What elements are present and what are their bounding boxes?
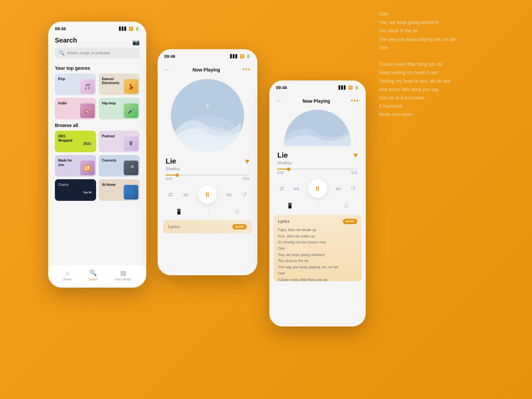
- lyrics-line: Yea, we keep going nowhere: [379, 18, 519, 27]
- exp-status-icons: ▋▋▋ 🛜 🔋: [338, 85, 359, 90]
- lyrics-line: Ooh: [379, 44, 519, 52]
- search-input[interactable]: [67, 51, 136, 55]
- browse-concerts[interactable]: Concerts 🎤: [99, 155, 140, 177]
- search-icon: 🔍: [59, 50, 65, 56]
- camera-icon[interactable]: 📷: [132, 39, 140, 46]
- exp-track-artist: Shallou: [277, 160, 292, 165]
- exp-time-current: 0:16: [277, 171, 284, 175]
- np-more-button[interactable]: •••: [242, 66, 251, 73]
- exp-playback-controls: ⇄ ⏮ ⏸ ⏭ ↺: [269, 176, 366, 201]
- exp-prev-button[interactable]: ⏮: [293, 185, 299, 192]
- wrapped-label: 2021Wrapped: [58, 134, 72, 143]
- expanded-phone: 09:46 ▋▋▋ 🛜 🔋 ← Now Playing ••• Lie Shal…: [269, 80, 366, 327]
- genre-indie[interactable]: Indie 🎸: [55, 98, 96, 119]
- shuffle-button[interactable]: ⇄: [168, 191, 173, 198]
- status-icons: ▋▋▋ 🛜 🔋: [119, 27, 140, 31]
- next-button[interactable]: ⏭: [226, 191, 232, 198]
- browse-podcast[interactable]: Podcast 🎙: [99, 131, 140, 152]
- podcast-label: Podcast: [102, 134, 115, 138]
- exp-progress-thumb: [287, 168, 290, 171]
- search-bar[interactable]: 🔍: [55, 48, 140, 58]
- lyrics-line: A hurricane: [379, 102, 519, 110]
- repeat-button[interactable]: ↺: [242, 191, 247, 198]
- progress-track[interactable]: [166, 175, 249, 176]
- exp-album-art: [284, 110, 351, 146]
- nav-search[interactable]: 🔍 Search: [88, 269, 98, 281]
- exp-shuffle-button[interactable]: ⇄: [279, 185, 284, 192]
- more-button[interactable]: MORE: [232, 224, 247, 229]
- exp-lyrics-title: Lyrics: [278, 219, 290, 224]
- exp-devices-button[interactable]: 📱: [287, 202, 293, 209]
- np-status-time: 09:46: [164, 54, 175, 59]
- exp-status-time: 09:46: [276, 85, 287, 90]
- exp-queue-button[interactable]: ☰: [344, 202, 348, 209]
- lyrics-line: Mmm mm mmm: [379, 110, 519, 119]
- exp-play-pause-button[interactable]: ⏸: [308, 179, 327, 198]
- exp-progress-track[interactable]: [277, 169, 358, 170]
- album-art: [171, 79, 244, 152]
- wrapped-thumb: 2021: [80, 136, 95, 151]
- svg-point-3: [206, 104, 209, 107]
- np-page-title: Now Playing: [193, 67, 220, 72]
- lyrics-line-4: Ooh: [278, 245, 357, 252]
- heart-button[interactable]: ♥: [245, 157, 249, 166]
- browse-grid: 2021Wrapped 2021 Podcast 🎙 Made foryou 🔁…: [48, 131, 146, 201]
- genre-indie-thumb: 🎸: [80, 103, 95, 118]
- np-back-button[interactable]: ←: [164, 66, 170, 73]
- nav-library[interactable]: ▤ Your Library: [115, 269, 131, 281]
- lyrics-line: [379, 52, 519, 60]
- browse-charts[interactable]: Charts Top 50: [55, 179, 96, 201]
- athome-thumb: 🌐: [124, 185, 138, 200]
- play-pause-button[interactable]: ⏸: [198, 185, 217, 204]
- lyrics-line: The way you keep playing me, no fair: [379, 35, 519, 44]
- browse-wrapped[interactable]: 2021Wrapped 2021: [55, 131, 96, 152]
- lyrics-line-1: Fight, then we break up: [278, 227, 357, 233]
- lyrics-line: Keep tearing my heart in two: [379, 68, 519, 77]
- pause-icon: ⏸: [204, 191, 211, 199]
- exp-track-details: Lie Shallou: [277, 151, 292, 165]
- genre-hiphop[interactable]: Hip-hop 🎤: [99, 98, 140, 119]
- genre-dance-label: Dance/Electronic: [102, 77, 120, 85]
- genre-hiphop-label: Hip-hop: [102, 101, 116, 105]
- share-button[interactable]: ↑: [207, 208, 210, 215]
- devices-button[interactable]: 📱: [176, 208, 182, 215]
- exp-wifi-icon: 🛜: [348, 85, 353, 90]
- lyrics-line: Too stuck in the air: [379, 27, 519, 35]
- lyrics-line: 'Cause every little thing you do: [379, 60, 519, 68]
- genre-pop-thumb: 🎵: [80, 79, 95, 94]
- madeforyou-label: Made foryou: [58, 158, 72, 167]
- exp-more-button[interactable]: MORE: [343, 219, 357, 224]
- browse-athome[interactable]: At Home 🌐: [99, 179, 140, 201]
- np-header: ← Now Playing •••: [158, 62, 257, 76]
- lyrics-bar[interactable]: Lyrics MORE: [163, 220, 252, 233]
- genre-pop[interactable]: Pop 🎵: [55, 73, 96, 95]
- exp-signal-icon: ▋▋▋: [338, 85, 346, 90]
- charts-label: Charts: [58, 183, 69, 187]
- exp-heart-button[interactable]: ♥: [353, 151, 358, 160]
- exp-album-container: [269, 107, 366, 146]
- now-playing-phone: 09:46 ▋▋▋ 🛜 🔋 ← Now Playing ••• Lie: [158, 49, 257, 275]
- battery-icon: 🔋: [135, 27, 140, 31]
- search-nav-icon: 🔍: [89, 269, 97, 277]
- exp-extra-controls: 📱 ↑ ☰: [269, 201, 366, 212]
- concerts-label: Concerts: [102, 158, 116, 163]
- exp-share-button[interactable]: ↑: [317, 202, 320, 209]
- exp-more-button[interactable]: •••: [351, 97, 359, 104]
- browse-madeforyou[interactable]: Made foryou 🔁: [55, 155, 96, 177]
- lyrics-line-9: 'Cause every little thing you do: [278, 277, 357, 282]
- exp-next-button[interactable]: ⏭: [336, 185, 342, 192]
- exp-repeat-button[interactable]: ↺: [351, 185, 356, 192]
- queue-button[interactable]: ☰: [235, 208, 239, 215]
- prev-button[interactable]: ⏮: [183, 191, 189, 198]
- progress-thumb: [176, 174, 179, 177]
- search-header: Search 📷 🔍: [48, 34, 146, 62]
- exp-track-name: Lie: [277, 151, 292, 160]
- exp-battery-icon: 🔋: [354, 85, 359, 90]
- exp-back-button[interactable]: ←: [276, 97, 282, 104]
- nav-home[interactable]: ⌂ Home: [64, 270, 71, 281]
- genre-dance[interactable]: Dance/Electronic 💃: [99, 73, 140, 95]
- lyrics-line: Ooh: [379, 10, 519, 18]
- genre-indie-label: Indie: [58, 101, 67, 105]
- time-labels: 0:16 -3:31: [166, 177, 249, 181]
- exp-header: ← Now Playing •••: [269, 93, 366, 107]
